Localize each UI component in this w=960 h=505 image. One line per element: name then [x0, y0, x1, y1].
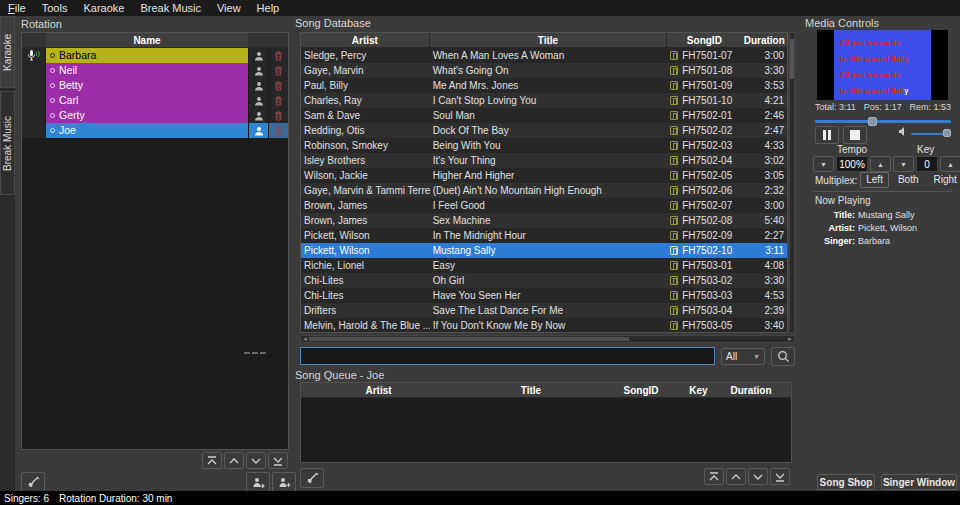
rotation-singer-row[interactable]: Barbara: [22, 48, 288, 63]
regulars-icon: [254, 81, 264, 91]
move-singer-to-top-button[interactable]: [202, 452, 222, 469]
menu-item-view[interactable]: View: [209, 0, 249, 16]
queue-header-duration[interactable]: Duration: [721, 383, 781, 397]
tempo-up-button[interactable]: ▲: [870, 156, 891, 172]
song-row[interactable]: Charles, RayI Can't Stop Loving YouFH750…: [301, 93, 787, 108]
move-song-to-bottom-button[interactable]: [770, 468, 790, 485]
rotation-singer-row[interactable]: Betty: [22, 78, 288, 93]
singer-name-cell[interactable]: Barbara: [46, 48, 248, 63]
position-slider[interactable]: [815, 117, 951, 126]
singer-regulars-button[interactable]: [248, 63, 268, 78]
singer-delete-button[interactable]: [268, 123, 288, 138]
key-up-button[interactable]: ▲: [940, 156, 960, 172]
rotation-name-header[interactable]: Name: [46, 33, 248, 47]
song-artist: Gaye, Marvin: [301, 63, 430, 78]
rotation-singer-row[interactable]: Neil: [22, 63, 288, 78]
singer-name-cell[interactable]: Neil: [46, 63, 248, 78]
rotation-singer-row[interactable]: Carl: [22, 93, 288, 108]
song-row[interactable]: Redding, OtisDock Of The BayFH7502-022:4…: [301, 123, 787, 138]
singer-regulars-button[interactable]: [248, 123, 268, 138]
song-shop-button[interactable]: Song Shop: [817, 474, 875, 490]
song-row[interactable]: Sam & DaveSoul ManFH7502-012:46: [301, 108, 787, 123]
volume-slider[interactable]: [911, 129, 951, 138]
move-song-up-button[interactable]: [726, 468, 746, 485]
move-singer-up-button[interactable]: [224, 452, 244, 469]
scroll-right-icon[interactable]: ►: [786, 336, 794, 342]
stop-button[interactable]: [843, 126, 867, 144]
song-row[interactable]: Isley BrothersIt's Your ThingFH7502-043:…: [301, 153, 787, 168]
menu-item-karaoke[interactable]: Karaoke: [75, 0, 132, 16]
position-slider-handle[interactable]: [868, 117, 877, 126]
song-row[interactable]: Wilson, JackieHigher And HigherFH7502-05…: [301, 168, 787, 183]
clear-rotation-button[interactable]: [21, 472, 45, 492]
multiplex-both-button[interactable]: Both: [892, 172, 925, 188]
song-row[interactable]: Gaye, Marvin & Tammi Terrell(Duet) Ain't…: [301, 183, 787, 198]
scroll-left-icon[interactable]: ◄: [301, 336, 309, 342]
menu-item-help[interactable]: Help: [249, 0, 288, 16]
singer-name-cell[interactable]: Gerty: [46, 108, 248, 123]
db-header-title[interactable]: Title: [430, 33, 668, 47]
menu-item-file[interactable]: File: [0, 0, 34, 16]
menu-item-break-music[interactable]: Break Music: [132, 0, 209, 16]
song-row[interactable]: Paul, BillyMe And Mrs. JonesFH7501-093:5…: [301, 78, 787, 93]
search-button[interactable]: [771, 347, 795, 366]
song-row[interactable]: Melvin, Harold & The Blue ...If You Don'…: [301, 318, 787, 333]
db-header-songid[interactable]: SongID: [667, 33, 741, 47]
tempo-down-button[interactable]: ▼: [813, 156, 834, 172]
queue-header-artist[interactable]: Artist: [301, 383, 456, 397]
song-row[interactable]: Robinson, SmokeyBeing With YouFH7502-034…: [301, 138, 787, 153]
db-header-artist[interactable]: Artist: [301, 33, 430, 47]
panel-splitter-handle[interactable]: [244, 352, 266, 355]
singer-history-button[interactable]: [246, 472, 270, 492]
rotation-singer-row[interactable]: Gerty: [22, 108, 288, 123]
singer-delete-button[interactable]: [268, 48, 288, 63]
song-row[interactable]: Pickett, WilsonIn The Midnight HourFH750…: [301, 228, 787, 243]
song-title: Have You Seen Her: [430, 288, 668, 303]
song-row[interactable]: Pickett, WilsonMustang SallyFH7502-103:1…: [301, 243, 787, 258]
clear-queue-button[interactable]: [300, 468, 324, 488]
db-header-duration[interactable]: Duration: [741, 33, 787, 47]
search-input[interactable]: [300, 347, 715, 365]
song-row[interactable]: Chi-LitesOh GirlFH7503-023:30: [301, 273, 787, 288]
singer-delete-button[interactable]: [268, 93, 288, 108]
singer-name-cell[interactable]: Betty: [46, 78, 248, 93]
menu-item-tools[interactable]: Tools: [34, 0, 76, 16]
singer-name-cell[interactable]: Carl: [46, 93, 248, 108]
singer-regulars-button[interactable]: [248, 78, 268, 93]
move-singer-down-button[interactable]: [246, 452, 266, 469]
song-row[interactable]: Chi-LitesHave You Seen HerFH7503-034:53: [301, 288, 787, 303]
song-row[interactable]: Richie, LionelEasyFH7503-014:08: [301, 258, 787, 273]
singer-delete-button[interactable]: [268, 78, 288, 93]
database-horizontal-scrollbar[interactable]: ◄ ►: [300, 335, 795, 343]
multiplex-left-button[interactable]: Left: [860, 172, 889, 188]
database-vertical-scrollbar[interactable]: [789, 32, 795, 333]
move-song-down-button[interactable]: [748, 468, 768, 485]
queue-header-key[interactable]: Key: [676, 383, 721, 397]
multiplex-right-button[interactable]: Right: [928, 172, 960, 188]
singer-name-cell[interactable]: Joe: [46, 123, 248, 138]
move-singer-to-bottom-button[interactable]: [268, 452, 288, 469]
song-row[interactable]: Brown, JamesSex MachineFH7502-085:40: [301, 213, 787, 228]
song-row[interactable]: DriftersSave The Last Dance For MeFH7503…: [301, 303, 787, 318]
key-down-button[interactable]: ▼: [893, 156, 914, 172]
volume-slider-handle[interactable]: [943, 129, 951, 137]
queue-header-songid[interactable]: SongID: [606, 383, 676, 397]
queue-header-title[interactable]: Title: [456, 383, 606, 397]
side-tab-karaoke[interactable]: Karaoke: [0, 16, 15, 88]
move-song-to-top-button[interactable]: [704, 468, 724, 485]
add-singer-button[interactable]: [272, 472, 296, 492]
singer-delete-button[interactable]: [268, 63, 288, 78]
singer-window-button[interactable]: Singer Window: [881, 474, 957, 490]
side-tab-break-music[interactable]: Break Music: [0, 91, 15, 195]
singer-regulars-button[interactable]: [248, 93, 268, 108]
song-id-text: FH7501-07: [682, 50, 732, 61]
rotation-singer-row[interactable]: Joe: [22, 123, 288, 138]
pause-button[interactable]: [815, 126, 839, 144]
song-row[interactable]: Brown, JamesI Feel GoodFH7502-073:00: [301, 198, 787, 213]
song-row[interactable]: Sledge, PercyWhen A Man Loves A WomanFH7…: [301, 48, 787, 63]
singer-delete-button[interactable]: [268, 108, 288, 123]
singer-regulars-button[interactable]: [248, 48, 268, 63]
search-type-combobox[interactable]: All ▼: [721, 348, 765, 365]
singer-regulars-button[interactable]: [248, 108, 268, 123]
song-row[interactable]: Gaye, MarvinWhat's Going OnFH7501-083:30: [301, 63, 787, 78]
